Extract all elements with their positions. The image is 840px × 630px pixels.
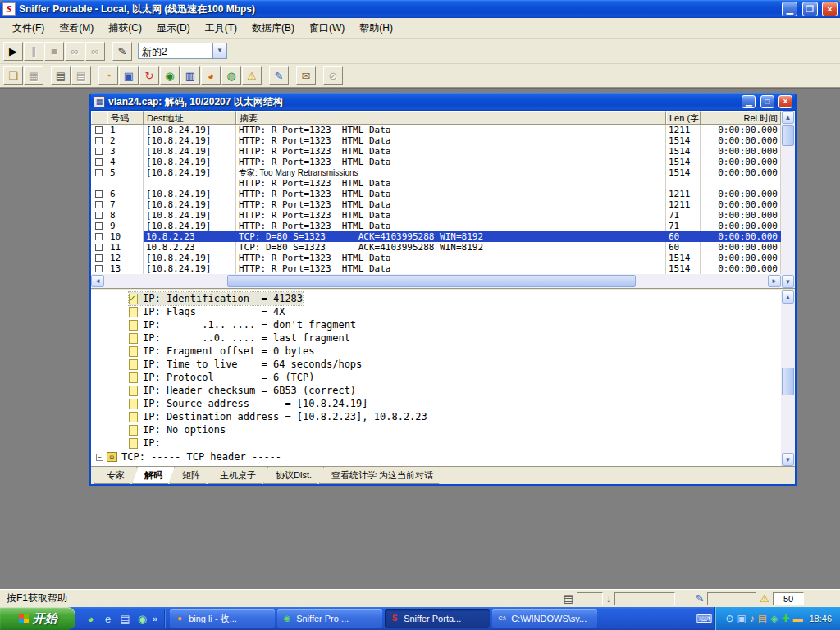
task-button[interactable]: C:\C:\WINDOWS\sy...: [492, 609, 597, 628]
search-tray-icon[interactable]: ⊙: [725, 613, 733, 624]
restore-button[interactable]: ❐: [802, 2, 818, 16]
tab-协议Dist.[interactable]: 协议Dist.: [263, 467, 324, 484]
column-header-dest[interactable]: Dest地址: [144, 111, 236, 124]
packet-row[interactable]: 1110.8.2.23TCP: D=80 S=1323 ACK=41039952…: [91, 242, 781, 253]
decode-scrollbar[interactable]: ▲ ▼: [781, 290, 795, 466]
packet-checkbox[interactable]: [95, 265, 103, 272]
messenger-icon[interactable]: ◕: [84, 612, 98, 626]
packet-checkbox[interactable]: [95, 201, 103, 208]
decode-line[interactable]: −∞TCP: ----- TCP header -----: [91, 450, 781, 463]
column-header-sum[interactable]: 摘要: [236, 111, 666, 124]
scroll-right-icon[interactable]: ►: [768, 275, 781, 287]
packet-checkbox[interactable]: [95, 190, 103, 198]
tab-主机桌子[interactable]: 主机桌子: [208, 467, 268, 484]
decode-line[interactable]: IP: Source address = [10.8.24.19]: [91, 397, 781, 410]
doc-maximize-button[interactable]: □: [760, 95, 774, 108]
update-tray-icon[interactable]: ▬: [792, 613, 802, 624]
menu-item-1[interactable]: 文件(F): [5, 19, 52, 38]
antivirus-tray-icon[interactable]: ✚: [781, 613, 789, 624]
task-button[interactable]: ●bing li - 收...: [170, 609, 275, 628]
menu-item-6[interactable]: 数据库(B): [244, 19, 302, 38]
alarm-log-button[interactable]: ⚠: [242, 66, 262, 85]
menu-item-4[interactable]: 显示(D): [149, 19, 198, 38]
start-capture-button[interactable]: ▶: [3, 42, 23, 61]
open-file-button[interactable]: ❏: [3, 66, 23, 85]
pause-capture-button[interactable]: ∥: [24, 42, 43, 61]
column-header-time[interactable]: Rel.时间: [701, 111, 781, 124]
column-header-no[interactable]: 号码: [107, 111, 144, 124]
horizontal-scrollbar[interactable]: ◄ ►: [91, 274, 781, 288]
packet-row[interactable]: 5[10.8.24.19]专家: Too Many Retransmission…: [91, 167, 781, 178]
shield-tray-icon[interactable]: ◈: [770, 613, 778, 624]
tab-矩阵[interactable]: 矩阵: [170, 467, 212, 484]
outlook-icon[interactable]: ▤: [118, 612, 132, 626]
packet-row[interactable]: 7[10.8.24.19]HTTP: R Port=1323 HTML Data…: [91, 199, 781, 210]
art-button[interactable]: ◉: [160, 66, 180, 85]
print-button[interactable]: ▤: [51, 66, 71, 85]
chevron-down-icon[interactable]: ▼: [213, 43, 227, 59]
packet-row[interactable]: 2[10.8.24.19]HTTP: R Port=1323 HTML Data…: [91, 135, 781, 146]
packet-checkbox[interactable]: [95, 212, 103, 219]
dashboard-button[interactable]: ◔: [98, 66, 118, 85]
decode-line[interactable]: IP: No options: [91, 423, 781, 436]
profile-combobox[interactable]: 新的2 ▼: [138, 43, 227, 59]
menu-item-7[interactable]: 窗口(W): [302, 19, 352, 38]
decode-line[interactable]: IP: .1.. .... = don't fragment: [91, 318, 781, 331]
packet-checkbox[interactable]: [95, 244, 103, 251]
packet-list-scrollbar[interactable]: ▲ ▼: [781, 111, 795, 288]
packet-row[interactable]: 8[10.8.24.19]HTTP: R Port=1323 HTML Data…: [91, 210, 781, 221]
decode-line[interactable]: IP: Fragment offset = 0 bytes: [91, 345, 781, 358]
packet-checkbox[interactable]: [95, 137, 103, 144]
tab-查看统计学 为这当前对话[interactable]: 查看统计学 为这当前对话: [319, 467, 445, 484]
start-button[interactable]: 开始: [0, 607, 75, 630]
address-book-button[interactable]: ✉: [296, 66, 316, 85]
doc-minimize-button[interactable]: ▁: [742, 95, 756, 108]
display-capture-button[interactable]: ∞: [85, 42, 105, 61]
host-table-button[interactable]: ▣: [119, 66, 139, 85]
capture-filter-button[interactable]: ✎: [269, 66, 289, 85]
matrix-button[interactable]: ↻: [139, 66, 159, 85]
packet-row[interactable]: 12[10.8.24.19]HTTP: R Port=1323 HTML Dat…: [91, 253, 781, 263]
input-method-icon[interactable]: ⌨: [693, 609, 714, 628]
packet-checkbox[interactable]: [95, 148, 103, 155]
tab-解码[interactable]: 解码: [132, 467, 175, 484]
scroll-down-icon[interactable]: ▼: [782, 275, 794, 288]
packet-row[interactable]: 13[10.8.24.19]HTTP: R Port=1323 HTML Dat…: [91, 263, 781, 274]
internet-explorer-icon[interactable]: e: [101, 612, 115, 626]
tab-专家[interactable]: 专家: [94, 467, 137, 484]
quick-launch-overflow-icon[interactable]: »: [153, 614, 158, 623]
packet-row[interactable]: 1010.8.2.23TCP: D=80 S=1323 ACK=41039952…: [91, 231, 781, 242]
packet-checkbox[interactable]: [95, 233, 103, 240]
decode-line[interactable]: IP: Protocol = 6 (TCP): [91, 371, 781, 384]
define-filter-button[interactable]: ✎: [112, 42, 132, 61]
decode-line[interactable]: IP: ..0. .... = last fragment: [91, 331, 781, 345]
packet-row[interactable]: 1[10.8.24.19]HTTP: R Port=1323 HTML Data…: [91, 125, 781, 135]
minimize-button[interactable]: ▁: [782, 2, 797, 16]
packet-row[interactable]: 3[10.8.24.19]HTTP: R Port=1323 HTML Data…: [91, 146, 781, 157]
packet-row[interactable]: 4[10.8.24.19]HTTP: R Port=1323 HTML Data…: [91, 157, 781, 167]
files-tray-icon[interactable]: ▤: [758, 613, 767, 624]
packet-checkbox[interactable]: [95, 169, 103, 176]
decode-line[interactable]: IP: Identification = 41283: [91, 292, 781, 305]
menu-item-5[interactable]: 工具(T): [198, 19, 244, 38]
decode-line[interactable]: IP:: [91, 436, 781, 450]
decode-scroll-thumb[interactable]: [782, 368, 794, 395]
menu-item-3[interactable]: 捕获(C): [101, 19, 149, 38]
protocol-distribution-button[interactable]: ◕: [201, 66, 221, 85]
scroll-up-icon[interactable]: ▲: [782, 290, 794, 304]
decode-line[interactable]: IP: Header checksum = 6B53 (correct): [91, 384, 781, 397]
packet-checkbox[interactable]: [95, 158, 103, 166]
packet-checkbox[interactable]: [95, 222, 103, 230]
profile-value[interactable]: 新的2: [138, 43, 213, 59]
task-button[interactable]: SSniffer Porta...: [385, 609, 490, 628]
scroll-up-icon[interactable]: ▲: [782, 111, 794, 124]
horizontal-scroll-thumb[interactable]: [227, 275, 636, 287]
packet-row[interactable]: 6[10.8.24.19]HTTP: R Port=1323 HTML Data…: [91, 189, 781, 199]
global-statistics-button[interactable]: ◍: [221, 66, 241, 85]
doc-close-button[interactable]: ×: [778, 95, 792, 108]
close-button[interactable]: ×: [822, 2, 838, 16]
cancel-button[interactable]: ⊘: [323, 66, 343, 85]
task-button[interactable]: ◉Sniffer Pro ...: [277, 609, 382, 628]
packet-scroll-thumb[interactable]: [782, 125, 794, 146]
column-header-len[interactable]: Len (字: [666, 111, 701, 124]
